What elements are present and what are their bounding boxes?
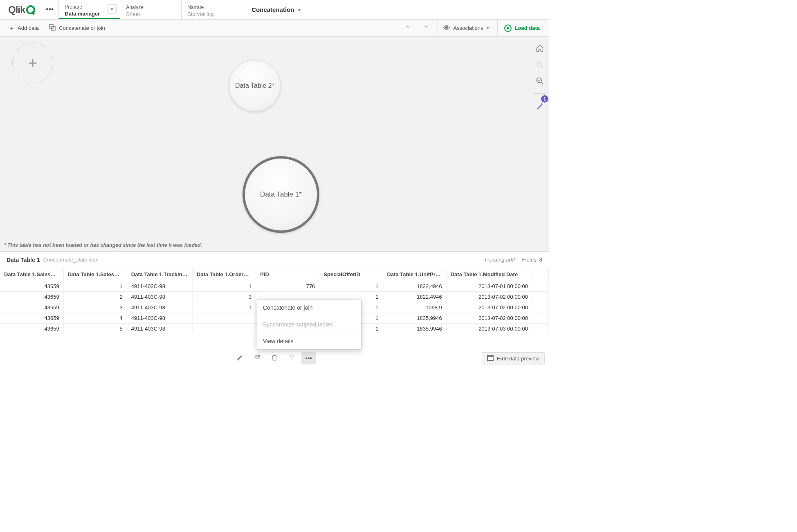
table-cell: 1822,4946 xyxy=(383,292,446,302)
table-cell: 43659 xyxy=(0,302,63,313)
concat-join-label: Concatenate or join xyxy=(59,25,105,31)
tab-prepare[interactable]: Prepare Data manager ▾ xyxy=(58,0,120,19)
table-cell xyxy=(532,313,548,324)
table-cell: 1835,9946 xyxy=(383,313,446,324)
col-header[interactable]: Data Table 1.Tracking… xyxy=(127,268,192,281)
table-cell: 2013-07-02 00:00:00 xyxy=(446,292,532,302)
table-bubble-data-table-2[interactable]: Data Table 2* xyxy=(229,60,281,112)
table-bubble-data-table-1[interactable]: Data Table 1* xyxy=(242,156,319,233)
table-cell: 1 xyxy=(319,281,383,292)
hide-preview-button[interactable]: Hide data preview xyxy=(482,352,545,364)
zoom-out-button[interactable] xyxy=(535,77,544,86)
menu-item-concat-or-join[interactable]: Concatenate or join xyxy=(257,300,361,316)
reload-button[interactable] xyxy=(250,352,265,364)
col-header-extra[interactable] xyxy=(532,268,548,281)
chevron-down-icon: ▾ xyxy=(487,25,489,31)
toolbar: ＋ Add data Concatenate or join Associati… xyxy=(0,20,549,37)
refresh-icon xyxy=(254,354,261,362)
menu-item-sync-scripted: Synchronize scripted tables xyxy=(257,316,361,333)
table-cell: 43659 xyxy=(0,313,63,324)
svg-point-2 xyxy=(446,27,447,28)
edit-button[interactable] xyxy=(233,352,247,364)
table-cell: 1 xyxy=(63,281,127,292)
trash-icon xyxy=(271,354,278,362)
table-cell: 43659 xyxy=(0,324,63,334)
ellipsis-icon: ••• xyxy=(305,355,312,362)
plus-icon: ＋ xyxy=(9,25,14,32)
preview-table-name: Data Table 1 xyxy=(7,257,40,263)
app-title-text: Concatenation xyxy=(251,6,294,13)
eye-icon xyxy=(443,24,450,32)
col-header[interactable]: Data Table 1.UnitPrice xyxy=(383,268,446,281)
col-header[interactable]: PID xyxy=(256,268,319,281)
col-header[interactable]: Data Table 1.OrderQty xyxy=(193,268,256,281)
table-cell: 43659 xyxy=(0,281,63,292)
logo: Qlik xyxy=(0,0,41,19)
associations-dropdown[interactable]: Associations ▾ xyxy=(438,20,494,36)
plus-icon: + xyxy=(28,54,37,72)
table-cell: 43659 xyxy=(0,292,63,302)
home-icon xyxy=(536,44,544,54)
tab-analyze[interactable]: Analyze Sheet xyxy=(120,0,181,19)
load-data-button[interactable]: Load data xyxy=(499,20,545,36)
top-navbar: Qlik ••• Prepare Data manager ▾ Analyze … xyxy=(0,0,549,20)
undo-button[interactable] xyxy=(400,20,417,36)
menu-item-view-details[interactable]: View details xyxy=(257,333,361,349)
table-row[interactable]: 4365914911-403C-98177611822,49462013-07-… xyxy=(0,281,549,292)
filter-button[interactable] xyxy=(284,352,299,364)
table-cell: 1822,4946 xyxy=(383,281,446,292)
associations-label: Associations xyxy=(454,25,483,31)
home-button[interactable] xyxy=(535,44,544,53)
bubble-label: Data Table 1* xyxy=(260,190,302,199)
tab-prepare-bottom: Data manager xyxy=(65,11,114,17)
app-title-dropdown[interactable]: Concatenation ▾ xyxy=(242,0,310,19)
context-menu: Concatenate or join Synchronize scripted… xyxy=(257,299,361,350)
svg-line-8 xyxy=(541,82,543,84)
bubble-label: Data Table 2* xyxy=(235,82,274,89)
delete-button[interactable] xyxy=(267,352,282,364)
svg-rect-11 xyxy=(488,357,493,360)
preview-header: Data Table 1 Concatenate_Data.xlsx Pendi… xyxy=(0,251,549,268)
app-menu-button[interactable]: ••• xyxy=(41,0,58,19)
table-cell: 4911-403C-98 xyxy=(127,281,192,292)
table-cell xyxy=(193,313,256,324)
table-cell: 1098,9 xyxy=(383,302,446,313)
table-cell xyxy=(532,302,548,313)
zoom-in-button[interactable] xyxy=(535,60,544,69)
tab-prepare-dropdown[interactable]: ▾ xyxy=(108,4,117,13)
col-header[interactable]: SpecialOfferID xyxy=(319,268,383,281)
col-header[interactable]: Data Table 1.SalesOr… xyxy=(63,268,127,281)
recommendations-button[interactable]: 1 xyxy=(534,101,545,112)
preview-file-name: Concatenate_Data.xlsx xyxy=(43,257,98,263)
table-cell: 4 xyxy=(63,313,127,324)
add-table-circle[interactable]: + xyxy=(12,42,53,83)
concat-join-button[interactable]: Concatenate or join xyxy=(44,20,110,36)
hide-preview-label: Hide data preview xyxy=(497,355,539,362)
table-cell: 2 xyxy=(63,292,127,302)
undo-icon xyxy=(405,24,412,32)
concatenate-icon xyxy=(49,24,56,32)
tab-narrate[interactable]: Narrate Storytelling xyxy=(181,0,242,19)
pencil-icon xyxy=(236,354,244,362)
preview-status: Pending add xyxy=(485,257,515,263)
table-header-row: Data Table 1.SalesOr… Data Table 1.Sales… xyxy=(0,268,549,281)
add-data-button[interactable]: ＋ Add data xyxy=(4,20,44,36)
more-actions-button[interactable]: ••• xyxy=(301,352,316,364)
table-cell: 1 xyxy=(193,302,256,313)
ellipsis-icon: ••• xyxy=(46,5,54,14)
svg-line-4 xyxy=(541,65,543,67)
tab-analyze-bottom: Sheet xyxy=(126,11,175,17)
zoom-in-icon xyxy=(536,60,544,70)
logo-text: Qlik xyxy=(8,4,25,16)
table-cell: 1 xyxy=(193,281,256,292)
load-data-label: Load data xyxy=(515,25,540,31)
associations-canvas[interactable]: + Data Table 2* Data Table 1* * This tab… xyxy=(0,37,549,251)
table-cell: 3 xyxy=(193,292,256,302)
table-cell: 2013-07-01 00:00:00 xyxy=(446,281,532,292)
table-cell: 2013-07-02 00:00:00 xyxy=(446,313,532,324)
col-header[interactable]: Data Table 1.Modified Date xyxy=(446,268,532,281)
col-header[interactable]: Data Table 1.SalesOr… xyxy=(0,268,63,281)
redo-button[interactable] xyxy=(417,20,434,36)
table-cell xyxy=(532,281,548,292)
panel-icon xyxy=(487,355,494,362)
